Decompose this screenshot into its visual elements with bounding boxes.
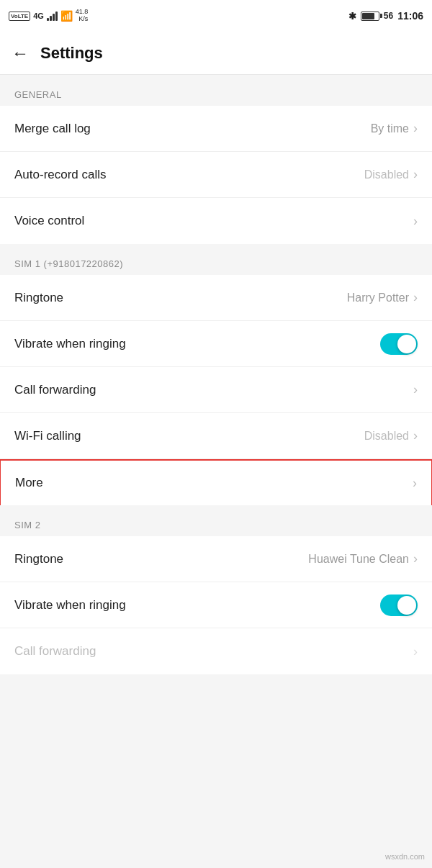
row-right-sim2-ringtone: Huawei Tune Clean› <box>308 551 418 566</box>
chevron-icon-sim2-ringtone: › <box>413 551 418 566</box>
section-sim2: SIM 2RingtoneHuawei Tune Clean›Vibrate w… <box>0 505 432 674</box>
row-right-sim2-vibrate <box>380 595 418 616</box>
bluetooth-icon: ✱ <box>348 11 356 22</box>
settings-row-sim1-ringtone[interactable]: RingtoneHarry Potter› <box>0 275 432 321</box>
row-value-auto-record-calls: Disabled <box>364 168 409 181</box>
toggle-sim1-vibrate[interactable] <box>380 333 418 355</box>
page-title: Settings <box>40 44 103 63</box>
row-label-auto-record-calls: Auto-record calls <box>14 168 107 182</box>
row-label-sim1-vibrate: Vibrate when ringing <box>14 337 126 351</box>
toggle-sim2-vibrate[interactable] <box>380 595 418 616</box>
toggle-knob-sim1-vibrate <box>397 335 416 353</box>
row-right-sim1-wifi-calling: Disabled› <box>364 428 418 443</box>
section-header-general: GENERAL <box>0 75 432 106</box>
row-right-sim1-ringtone: Harry Potter› <box>347 290 418 305</box>
settings-row-sim2-vibrate[interactable]: Vibrate when ringing <box>0 582 432 628</box>
row-label-sim2-ringtone: Ringtone <box>14 552 63 566</box>
row-label-sim1-wifi-calling: Wi-Fi calling <box>14 429 81 443</box>
watermark: wsxdn.com <box>385 852 425 861</box>
row-label-voice-control: Voice control <box>14 214 84 228</box>
settings-row-sim1-wifi-calling[interactable]: Wi-Fi callingDisabled› <box>0 413 432 459</box>
status-left: VoLTE 4G 📶 41.8 K/s <box>9 9 88 23</box>
chevron-icon-voice-control: › <box>413 214 418 229</box>
time-display: 11:06 <box>397 10 423 22</box>
section-general: GENERALMerge call logBy time›Auto-record… <box>0 75 432 244</box>
settings-row-sim1-more[interactable]: More› <box>0 459 432 505</box>
header: ← Settings <box>0 32 432 75</box>
chevron-icon-sim1-wifi-calling: › <box>413 428 418 443</box>
row-right-auto-record-calls: Disabled› <box>364 167 418 182</box>
section-header-sim2: SIM 2 <box>0 505 432 536</box>
chevron-icon-sim2-call-forwarding: › <box>413 644 418 659</box>
chevron-icon-sim1-ringtone: › <box>413 290 418 305</box>
section-sim1: SIM 1 (+918017220862)RingtoneHarry Potte… <box>0 244 432 505</box>
chevron-icon-sim1-call-forwarding: › <box>413 382 418 397</box>
row-value-sim1-wifi-calling: Disabled <box>364 430 409 443</box>
chevron-icon-auto-record-calls: › <box>413 167 418 182</box>
toggle-knob-sim2-vibrate <box>397 596 416 615</box>
row-value-sim2-ringtone: Huawei Tune Clean <box>308 553 409 566</box>
section-header-sim1: SIM 1 (+918017220862) <box>0 244 432 275</box>
row-right-merge-call-log: By time› <box>371 121 418 136</box>
row-value-sim1-ringtone: Harry Potter <box>347 291 409 304</box>
row-right-sim1-vibrate <box>380 333 418 355</box>
battery-percent: 56 <box>384 11 393 21</box>
section-body-general: Merge call logBy time›Auto-record callsD… <box>0 106 432 244</box>
settings-row-sim1-vibrate[interactable]: Vibrate when ringing <box>0 321 432 367</box>
row-right-sim1-call-forwarding: › <box>413 382 418 397</box>
settings-row-sim1-call-forwarding[interactable]: Call forwarding› <box>0 367 432 413</box>
signal-icon <box>47 11 58 21</box>
row-label-sim1-more: More <box>15 476 43 490</box>
row-right-sim2-call-forwarding: › <box>413 644 418 659</box>
settings-row-merge-call-log[interactable]: Merge call logBy time› <box>0 106 432 152</box>
section-body-sim2: RingtoneHuawei Tune Clean›Vibrate when r… <box>0 536 432 674</box>
settings-row-auto-record-calls[interactable]: Auto-record callsDisabled› <box>0 152 432 198</box>
network-type: 4G <box>33 12 44 20</box>
row-value-merge-call-log: By time <box>371 122 409 135</box>
settings-row-voice-control[interactable]: Voice control› <box>0 198 432 244</box>
settings-row-sim2-ringtone[interactable]: RingtoneHuawei Tune Clean› <box>0 536 432 582</box>
status-right: ✱ 56 11:06 <box>348 10 423 22</box>
row-label-sim2-call-forwarding: Call forwarding <box>14 644 96 659</box>
row-label-sim2-vibrate: Vibrate when ringing <box>14 598 126 612</box>
battery-icon <box>361 12 379 21</box>
chevron-icon-merge-call-log: › <box>413 121 418 136</box>
settings-row-sim2-call-forwarding[interactable]: Call forwarding› <box>0 628 432 674</box>
row-label-sim1-ringtone: Ringtone <box>14 291 63 305</box>
section-body-sim1: RingtoneHarry Potter›Vibrate when ringin… <box>0 275 432 505</box>
status-bar: VoLTE 4G 📶 41.8 K/s ✱ 56 11:06 <box>0 0 432 32</box>
chevron-icon-sim1-more: › <box>413 476 417 491</box>
row-right-sim1-more: › <box>413 476 417 491</box>
row-right-voice-control: › <box>413 214 418 229</box>
back-button[interactable]: ← <box>12 43 29 63</box>
row-label-sim1-call-forwarding: Call forwarding <box>14 383 96 397</box>
volte-badge: VoLTE <box>9 12 30 21</box>
settings-content: GENERALMerge call logBy time›Auto-record… <box>0 75 432 674</box>
speed-text: 41.8 K/s <box>76 9 89 23</box>
wifi-icon: 📶 <box>60 10 73 22</box>
row-label-merge-call-log: Merge call log <box>14 122 91 136</box>
